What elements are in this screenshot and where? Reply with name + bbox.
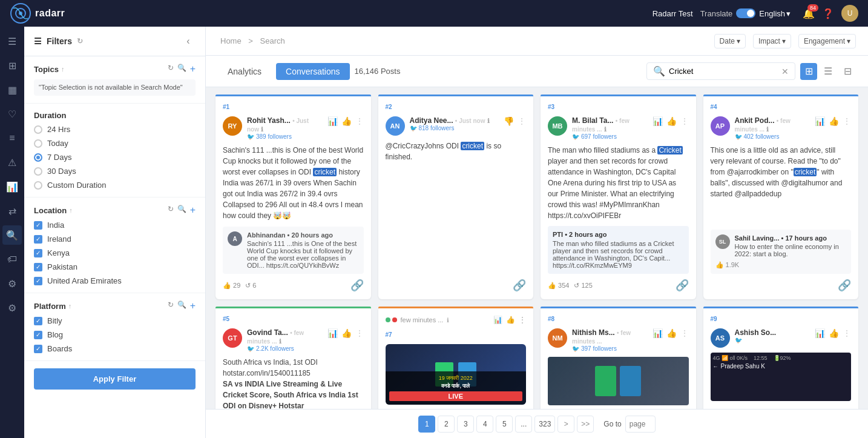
- sidebar-alert-icon[interactable]: ⚠: [2, 153, 22, 172]
- grid-view-icon[interactable]: ⊞: [800, 63, 817, 80]
- post-like-icon-4[interactable]: 👍: [829, 116, 839, 126]
- sidebar-settings1-icon[interactable]: ⚙: [2, 274, 22, 293]
- translate-toggle[interactable]: [736, 8, 755, 18]
- post-like-icon-7[interactable]: 👍: [506, 316, 515, 324]
- date-sort-btn[interactable]: Date ▾: [714, 34, 746, 48]
- post-like-icon-5[interactable]: 👍: [341, 328, 352, 338]
- page-btn-5[interactable]: 5: [496, 416, 513, 433]
- post-more-icon-8[interactable]: ⋮: [680, 328, 689, 338]
- page-btn-2[interactable]: 2: [438, 416, 455, 433]
- notification-icon[interactable]: 🔔 84: [803, 8, 815, 19]
- topics-refresh-icon[interactable]: ↻: [168, 64, 174, 75]
- topnav-lang[interactable]: English ▾: [759, 9, 791, 18]
- location-search-icon[interactable]: 🔍: [177, 205, 186, 216]
- sidebar-search-icon[interactable]: 🔍: [2, 225, 22, 245]
- page-btn-4[interactable]: 4: [476, 416, 493, 433]
- search-clear-icon[interactable]: ✕: [781, 67, 789, 76]
- post-more-icon-7[interactable]: ⋮: [519, 316, 526, 324]
- duration-24hrs[interactable]: 24 Hrs: [34, 125, 196, 134]
- post-num-3: #3: [548, 104, 689, 110]
- list-view-icon[interactable]: ☰: [820, 63, 837, 80]
- engagement-sort-btn[interactable]: Engagement ▾: [798, 34, 856, 48]
- page-btn-ellipsis: ...: [515, 416, 532, 433]
- post-stats-icon-1[interactable]: 📊: [327, 116, 338, 126]
- post-link-3[interactable]: 🔗: [676, 279, 689, 292]
- page-btn-3[interactable]: 3: [457, 416, 474, 433]
- apply-filter-button[interactable]: Apply Filter: [34, 368, 196, 390]
- location-add-icon[interactable]: +: [190, 205, 196, 216]
- post-more-icon-4[interactable]: ⋮: [843, 116, 851, 126]
- duration-30days[interactable]: 30 Days: [34, 167, 196, 176]
- tab-conversations[interactable]: Conversations: [276, 63, 350, 80]
- post-header-4: AP Ankit Pod... • few minutes ... ℹ 🐦 40…: [711, 116, 852, 140]
- location-kenya[interactable]: ✓ Kenya: [34, 248, 196, 257]
- platform-refresh-icon[interactable]: ↻: [168, 300, 174, 311]
- duration-custom[interactable]: Custom Duration: [34, 181, 196, 190]
- post-like-icon-8[interactable]: 👍: [666, 328, 677, 338]
- post-dislike-icon-2[interactable]: 👎: [504, 116, 514, 126]
- post-body-1: Sachin's 111 ...this is One of the best …: [223, 145, 364, 222]
- topics-add-icon[interactable]: +: [190, 64, 196, 75]
- sidebar-collapse-icon[interactable]: ☰: [2, 32, 22, 51]
- sidebar-settings2-icon[interactable]: ⚙: [2, 298, 22, 317]
- topics-hint: "Topic Selection is not available in Sea…: [34, 79, 196, 96]
- location-refresh-icon[interactable]: ↻: [168, 205, 174, 216]
- platform-boards[interactable]: ✓ Boards: [34, 344, 196, 353]
- sidebar-chart-icon[interactable]: 📊: [2, 177, 22, 196]
- sidebar-heart-icon[interactable]: ♡: [2, 104, 22, 124]
- page-last-btn[interactable]: >>: [577, 416, 594, 433]
- platform-title: Platform ↑: [34, 302, 71, 311]
- platform-blog[interactable]: ✓ Blog: [34, 330, 196, 339]
- post-avatar-9: AS: [711, 328, 730, 348]
- compact-view-icon[interactable]: ⊟: [839, 63, 856, 80]
- platform-search-icon[interactable]: 🔍: [177, 300, 186, 311]
- post-more-icon-9[interactable]: ⋮: [843, 328, 851, 338]
- post-actions-4: 📊 👍 ⋮: [815, 116, 851, 126]
- duration-7days-radio: [34, 153, 42, 162]
- post-link-4[interactable]: 🔗: [838, 279, 851, 292]
- post-more-icon-5[interactable]: ⋮: [355, 328, 364, 338]
- logo[interactable]: radarr: [10, 2, 65, 24]
- post-stats-icon-3[interactable]: 📊: [653, 116, 663, 126]
- page-next-btn[interactable]: >: [557, 416, 574, 433]
- tab-analytics[interactable]: Analytics: [218, 63, 271, 80]
- post-stats-icon-5[interactable]: 📊: [327, 328, 338, 338]
- post-link-1[interactable]: 🔗: [350, 279, 364, 292]
- search-input[interactable]: [669, 67, 778, 76]
- impact-sort-btn[interactable]: Impact ▾: [753, 34, 791, 48]
- post-more-icon-2[interactable]: ⋮: [518, 116, 526, 126]
- location-uae[interactable]: ✓ United Arab Emirates: [34, 276, 196, 285]
- sidebar-home-icon[interactable]: ⊞: [2, 56, 22, 75]
- location-ireland[interactable]: ✓ Ireland: [34, 234, 196, 244]
- post-like-icon-9[interactable]: 👍: [829, 328, 839, 338]
- filters-collapse-btn[interactable]: ‹: [181, 34, 196, 48]
- post-link-2[interactable]: 🔗: [513, 279, 526, 292]
- post-like-icon-1[interactable]: 👍: [341, 116, 352, 126]
- duration-7days[interactable]: 7 Days: [34, 153, 196, 162]
- post-header-3: MB M. Bilal Ta... • few minutes ... ℹ 🐦 …: [548, 116, 689, 140]
- sidebar-compare-icon[interactable]: ⇄: [2, 201, 22, 221]
- post-header-1: RY Rohit Yash... • Just now ℹ 🐦 389 foll…: [223, 116, 364, 140]
- post-like-icon-3[interactable]: 👍: [666, 116, 677, 126]
- sidebar-layers-icon[interactable]: ≡: [2, 128, 22, 148]
- goto-input[interactable]: [625, 416, 656, 433]
- duration-today[interactable]: Today: [34, 139, 196, 148]
- post-stats-icon-9[interactable]: 📊: [815, 328, 825, 338]
- help-icon[interactable]: ❓: [822, 8, 834, 19]
- location-india[interactable]: ✓ India: [34, 221, 196, 230]
- post-more-icon-3[interactable]: ⋮: [680, 116, 689, 126]
- post-stats-icon-8[interactable]: 📊: [653, 328, 663, 338]
- topics-search-icon[interactable]: 🔍: [177, 64, 186, 75]
- filters-refresh-icon[interactable]: ↻: [77, 37, 83, 45]
- platform-add-icon[interactable]: +: [190, 300, 196, 311]
- platform-bitly[interactable]: ✓ Bitly: [34, 316, 196, 325]
- post-more-icon-1[interactable]: ⋮: [355, 116, 364, 126]
- location-pakistan[interactable]: ✓ Pakistan: [34, 262, 196, 271]
- post-stats-icon-7[interactable]: 📊: [493, 316, 502, 324]
- page-btn-323[interactable]: 323: [534, 416, 555, 433]
- page-btn-1[interactable]: 1: [418, 416, 435, 433]
- post-stats-icon-4[interactable]: 📊: [815, 116, 825, 126]
- sidebar-dashboard-icon[interactable]: ▦: [2, 80, 22, 99]
- topnav-avatar[interactable]: U: [841, 5, 858, 22]
- sidebar-tag-icon[interactable]: 🏷: [2, 250, 22, 269]
